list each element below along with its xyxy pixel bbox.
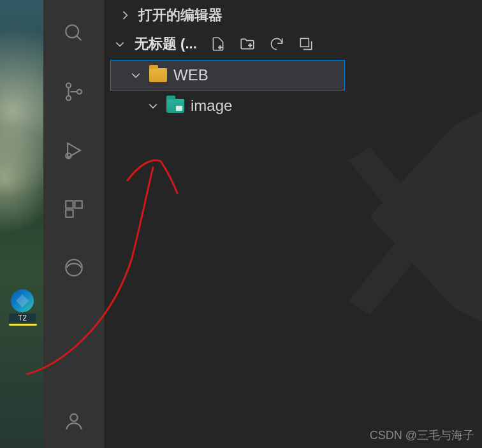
open-editors-label: 打开的编辑器 [138,6,223,25]
folder-web[interactable]: WEB [110,60,345,90]
open-editors-section[interactable]: 打开的编辑器 [110,0,346,31]
edge-icon [11,289,34,312]
svg-point-9 [66,259,82,276]
image-folder-icon [166,99,184,113]
file-tree: WEB image [110,57,346,121]
search-icon[interactable] [59,18,89,48]
svg-point-2 [66,83,71,88]
collapse-all-icon[interactable] [298,36,314,52]
edge-tools-icon[interactable] [59,252,89,283]
new-folder-icon[interactable] [239,36,256,52]
svg-rect-15 [300,38,309,47]
folder-icon [149,68,167,82]
edge-browser-shortcut[interactable]: T2 [9,289,36,326]
extensions-icon[interactable] [59,194,89,224]
workspace-header[interactable]: 无标题 (... [110,31,346,57]
source-control-icon[interactable] [59,76,89,107]
shortcut-label: T2 [9,314,36,322]
svg-point-4 [77,89,82,94]
vscode-watermark [342,96,482,338]
workspace-actions [210,36,314,52]
svg-rect-8 [66,210,73,217]
svg-point-3 [66,96,71,100]
activity-bar [43,0,105,448]
desktop-background: T2 [0,0,43,448]
svg-rect-7 [75,201,82,208]
chevron-down-icon [129,68,143,82]
new-file-icon[interactable] [210,36,226,52]
svg-rect-6 [66,201,73,208]
workspace-label: 无标题 (... [135,34,197,54]
chevron-down-icon [146,99,160,113]
svg-point-10 [70,414,77,421]
csdn-watermark: CSDN @三毛与海子 [370,428,474,443]
explorer-sidebar: 打开的编辑器 无标题 (... [105,0,482,448]
svg-line-1 [77,36,81,40]
folder-label: WEB [173,66,208,84]
refresh-icon[interactable] [268,36,285,52]
highlight-underline [9,324,37,326]
folder-label: image [191,97,232,115]
chevron-right-icon [118,8,132,22]
accounts-icon[interactable] [59,406,89,437]
run-debug-icon[interactable] [59,135,89,166]
folder-image[interactable]: image [110,90,346,121]
chevron-down-icon [113,37,127,51]
svg-point-0 [66,25,78,38]
